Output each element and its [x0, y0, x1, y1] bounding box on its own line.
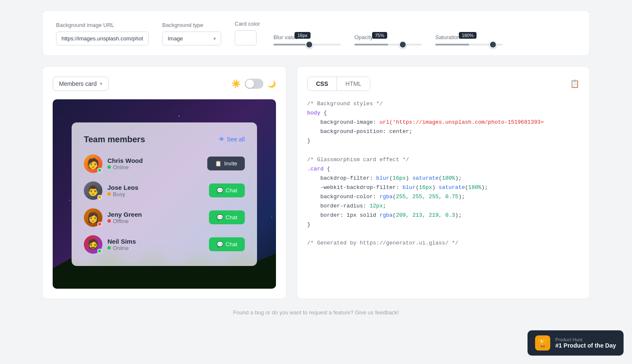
saturation-tooltip: 180% — [459, 32, 477, 39]
member-left: 👩 Jeny Green Offline — [84, 208, 142, 227]
avatar-emoji: 👨 — [87, 185, 99, 197]
member-status: Offline — [107, 218, 142, 224]
chat-button[interactable]: 💬 Chat — [209, 237, 245, 251]
members-card-label: Members card — [59, 80, 96, 87]
ph-text: Product Hunt #1 Product of the Day — [555, 337, 616, 349]
opacity-slider[interactable] — [354, 44, 422, 45]
code-line: border-radius: 12px; — [307, 202, 579, 211]
sun-icon: ☀️ — [231, 79, 241, 88]
blur-group: Blur value 16px — [273, 34, 341, 45]
member-status: Online — [107, 164, 143, 170]
status-text: Online — [113, 245, 129, 251]
status-indicator — [107, 192, 111, 196]
code-line: .card { — [307, 165, 579, 174]
member-info: Neil Sims Online — [107, 238, 136, 251]
chat-icon: 💬 — [217, 187, 223, 194]
ph-brand: Product Hunt — [555, 337, 616, 342]
copy-button[interactable]: 📋 — [570, 79, 579, 88]
avatar-emoji: 🧔 — [87, 239, 99, 250]
code-line: background-color: rgba(255, 255, 255, 0.… — [307, 192, 579, 202]
member-left: 🧔 Neil Sims Online — [84, 235, 136, 254]
member-status: Busy — [107, 191, 138, 197]
status-dot — [97, 168, 102, 173]
code-line: border: 1px solid rgba(209, 213, 219, 0.… — [307, 211, 579, 220]
eye-icon: 👁 — [219, 136, 225, 143]
saturation-slider-wrapper: 180% — [435, 44, 503, 45]
member-name: Jeny Green — [107, 211, 142, 218]
avatar-emoji: 🧑 — [87, 158, 99, 170]
code-line: body { — [307, 109, 579, 118]
ph-trophy-icon: 🏆 — [535, 335, 550, 351]
tab-html[interactable]: HTML — [337, 77, 370, 90]
ph-award: #1 Product of the Day — [555, 342, 616, 349]
status-text: Offline — [113, 218, 129, 224]
chevron-down-icon: ▾ — [100, 81, 102, 87]
button-label: Invite — [224, 160, 237, 167]
avatar-wrapper: 👨 — [84, 181, 102, 200]
code-tabs: CSS HTML — [307, 77, 370, 91]
saturation-slider[interactable] — [435, 44, 503, 45]
button-label: Chat — [226, 214, 237, 221]
bg-type-select[interactable]: Image Gradient Solid — [162, 32, 221, 45]
controls-panel: Background image URL Background type Ima… — [42, 10, 590, 56]
avatar-wrapper: 🧑 — [84, 154, 102, 173]
background-preview: Team members 👁 See all 🧑 — [53, 99, 276, 289]
ph-badge: 🏆 Product Hunt #1 Product of the Day — [528, 330, 624, 356]
chat-button[interactable]: 💬 Chat — [209, 210, 245, 224]
members-card-dropdown[interactable]: Members card ▾ — [53, 77, 109, 91]
code-line: /* Generated by https://generator.ui.gla… — [307, 239, 579, 248]
code-line: /* Glassmorphism card effect */ — [307, 155, 579, 165]
avatar-wrapper: 🧔 — [84, 235, 102, 254]
card-header: Team members 👁 See all — [84, 135, 245, 144]
chat-button[interactable]: 💬 Chat — [209, 183, 245, 197]
chat-icon: 💬 — [217, 214, 223, 221]
dark-mode-toggle[interactable] — [245, 79, 263, 89]
code-line: background-position: center; — [307, 127, 579, 136]
members-list: 🧑 Chris Wood Online 📋 Invite — [84, 154, 245, 254]
member-name: Jose Leos — [107, 184, 138, 191]
member-left: 👨 Jose Leos Busy — [84, 181, 138, 200]
member-row: 🧔 Neil Sims Online 💬 Chat — [84, 235, 245, 254]
member-info: Jeny Green Offline — [107, 211, 142, 224]
status-indicator — [107, 219, 111, 223]
bg-type-group: Background type Image Gradient Solid ▼ — [162, 22, 221, 45]
bg-url-input[interactable] — [56, 32, 149, 45]
code-line: } — [307, 220, 579, 229]
member-info: Jose Leos Busy — [107, 184, 138, 197]
bg-url-label: Background image URL — [56, 22, 149, 28]
button-label: Chat — [226, 187, 237, 194]
blur-slider[interactable] — [273, 44, 341, 45]
see-all-link[interactable]: 👁 See all — [219, 136, 245, 143]
status-dot — [97, 222, 102, 226]
card-color-swatch[interactable] — [235, 30, 257, 45]
code-line — [307, 229, 579, 239]
bg-type-select-wrapper: Image Gradient Solid ▼ — [162, 32, 221, 45]
member-row: 👩 Jeny Green Offline 💬 Chat — [84, 208, 245, 227]
main-content: Members card ▾ ☀️ 🌙 Team members — [42, 66, 590, 299]
member-row: 👨 Jose Leos Busy 💬 Chat — [84, 181, 245, 200]
invite-button[interactable]: 📋 Invite — [207, 157, 245, 170]
tab-css[interactable]: CSS — [308, 77, 337, 90]
preview-toolbar: Members card ▾ ☀️ 🌙 — [53, 77, 276, 91]
invite-icon: 📋 — [215, 160, 222, 167]
code-panel: CSS HTML 📋 /* Background styles */ body … — [297, 66, 590, 299]
avatar-emoji: 👩 — [87, 212, 99, 223]
opacity-label: Opacity — [354, 34, 422, 40]
status-text: Busy — [113, 191, 125, 197]
code-line: /* Background styles */ — [307, 99, 579, 109]
toggle-thumb — [246, 80, 254, 88]
button-label: Chat — [226, 241, 237, 247]
avatar-wrapper: 👩 — [84, 208, 102, 227]
code-toolbar: CSS HTML 📋 — [307, 77, 579, 91]
clipboard-icon: 📋 — [570, 80, 579, 88]
preview-panel: Members card ▾ ☀️ 🌙 Team members — [42, 66, 287, 299]
theme-toggle: ☀️ 🌙 — [231, 79, 276, 89]
code-line: backdrop-filter: blur(16px) saturate(180… — [307, 174, 579, 183]
saturation-group: Saturation 180% — [435, 34, 503, 45]
card-color-group: Card color — [235, 21, 260, 45]
moon-icon: 🌙 — [268, 80, 276, 88]
member-status: Online — [107, 245, 136, 251]
card-title: Team members — [84, 135, 145, 144]
status-indicator — [107, 165, 111, 169]
opacity-tooltip: 75% — [372, 32, 387, 39]
